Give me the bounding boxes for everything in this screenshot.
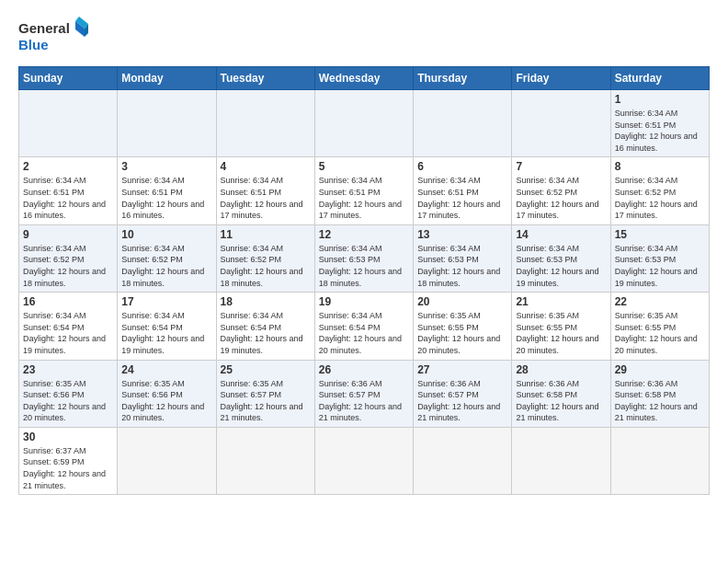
calendar-cell: 30Sunrise: 6:37 AM Sunset: 6:59 PM Dayli… [19, 427, 118, 494]
day-number: 1 [615, 93, 705, 106]
calendar-cell: 12Sunrise: 6:34 AM Sunset: 6:53 PM Dayli… [314, 224, 413, 292]
calendar-cell: 9Sunrise: 6:34 AM Sunset: 6:52 PM Daylig… [19, 224, 118, 292]
calendar-week-row: 16Sunrise: 6:34 AM Sunset: 6:54 PM Dayli… [19, 293, 710, 360]
calendar-cell [512, 90, 610, 157]
calendar-cell [314, 427, 413, 494]
day-number: 24 [121, 363, 211, 376]
day-info: Sunrise: 6:34 AM Sunset: 6:54 PM Dayligh… [121, 310, 211, 356]
calendar-cell: 29Sunrise: 6:36 AM Sunset: 6:58 PM Dayli… [610, 360, 709, 427]
calendar-header-monday: Monday [118, 67, 216, 90]
calendar-cell: 24Sunrise: 6:35 AM Sunset: 6:56 PM Dayli… [118, 360, 216, 427]
day-number: 12 [319, 228, 409, 241]
generalblue-logo: General Blue [18, 15, 92, 57]
day-number: 15 [615, 228, 705, 241]
calendar-week-row: 23Sunrise: 6:35 AM Sunset: 6:56 PM Dayli… [19, 360, 710, 427]
calendar-cell: 3Sunrise: 6:34 AM Sunset: 6:51 PM Daylig… [118, 157, 216, 224]
day-number: 16 [23, 295, 113, 308]
day-info: Sunrise: 6:35 AM Sunset: 6:55 PM Dayligh… [615, 310, 705, 356]
calendar-cell: 6Sunrise: 6:34 AM Sunset: 6:51 PM Daylig… [414, 157, 512, 224]
day-info: Sunrise: 6:34 AM Sunset: 6:53 PM Dayligh… [319, 243, 409, 289]
day-number: 26 [319, 363, 409, 376]
calendar-cell: 4Sunrise: 6:34 AM Sunset: 6:51 PM Daylig… [216, 157, 314, 224]
calendar-week-row: 9Sunrise: 6:34 AM Sunset: 6:52 PM Daylig… [19, 224, 710, 292]
calendar-cell: 10Sunrise: 6:34 AM Sunset: 6:52 PM Dayli… [118, 224, 216, 292]
calendar-cell: 13Sunrise: 6:34 AM Sunset: 6:53 PM Dayli… [414, 224, 512, 292]
day-info: Sunrise: 6:34 AM Sunset: 6:53 PM Dayligh… [615, 243, 705, 289]
calendar-cell [314, 90, 413, 157]
day-info: Sunrise: 6:34 AM Sunset: 6:52 PM Dayligh… [121, 243, 211, 289]
day-info: Sunrise: 6:36 AM Sunset: 6:57 PM Dayligh… [417, 378, 507, 424]
day-info: Sunrise: 6:35 AM Sunset: 6:56 PM Dayligh… [121, 378, 211, 424]
day-info: Sunrise: 6:34 AM Sunset: 6:51 PM Dayligh… [319, 175, 409, 221]
calendar-cell: 8Sunrise: 6:34 AM Sunset: 6:52 PM Daylig… [610, 157, 709, 224]
calendar-table: SundayMondayTuesdayWednesdayThursdayFrid… [18, 66, 710, 495]
calendar-cell: 27Sunrise: 6:36 AM Sunset: 6:57 PM Dayli… [414, 360, 512, 427]
day-number: 17 [121, 295, 211, 308]
day-info: Sunrise: 6:35 AM Sunset: 6:55 PM Dayligh… [516, 310, 606, 356]
calendar-cell: 25Sunrise: 6:35 AM Sunset: 6:57 PM Dayli… [216, 360, 314, 427]
day-info: Sunrise: 6:35 AM Sunset: 6:57 PM Dayligh… [221, 378, 311, 424]
day-info: Sunrise: 6:34 AM Sunset: 6:51 PM Dayligh… [221, 175, 311, 221]
day-info: Sunrise: 6:34 AM Sunset: 6:51 PM Dayligh… [23, 175, 113, 221]
calendar-cell: 23Sunrise: 6:35 AM Sunset: 6:56 PM Dayli… [19, 360, 118, 427]
day-number: 29 [615, 363, 705, 376]
day-info: Sunrise: 6:36 AM Sunset: 6:58 PM Dayligh… [516, 378, 606, 424]
day-info: Sunrise: 6:34 AM Sunset: 6:54 PM Dayligh… [221, 310, 311, 356]
day-number: 6 [417, 160, 507, 173]
day-info: Sunrise: 6:34 AM Sunset: 6:53 PM Dayligh… [516, 243, 606, 289]
day-info: Sunrise: 6:34 AM Sunset: 6:54 PM Dayligh… [319, 310, 409, 356]
day-number: 27 [417, 363, 507, 376]
day-info: Sunrise: 6:35 AM Sunset: 6:56 PM Dayligh… [23, 378, 113, 424]
day-number: 30 [23, 431, 113, 443]
day-info: Sunrise: 6:34 AM Sunset: 6:52 PM Dayligh… [615, 175, 705, 221]
calendar-cell: 11Sunrise: 6:34 AM Sunset: 6:52 PM Dayli… [216, 224, 314, 292]
day-number: 8 [615, 160, 705, 173]
calendar-cell: 15Sunrise: 6:34 AM Sunset: 6:53 PM Dayli… [610, 224, 709, 292]
day-info: Sunrise: 6:34 AM Sunset: 6:52 PM Dayligh… [516, 175, 606, 221]
day-number: 23 [23, 363, 113, 376]
day-info: Sunrise: 6:36 AM Sunset: 6:57 PM Dayligh… [319, 378, 409, 424]
day-number: 2 [23, 160, 113, 173]
day-number: 11 [221, 228, 311, 241]
day-number: 20 [417, 295, 507, 308]
day-info: Sunrise: 6:34 AM Sunset: 6:54 PM Dayligh… [23, 310, 113, 356]
calendar-cell: 18Sunrise: 6:34 AM Sunset: 6:54 PM Dayli… [216, 293, 314, 360]
day-info: Sunrise: 6:34 AM Sunset: 6:51 PM Dayligh… [615, 108, 705, 154]
calendar-cell [19, 90, 118, 157]
calendar-cell: 14Sunrise: 6:34 AM Sunset: 6:53 PM Dayli… [512, 224, 610, 292]
calendar-cell: 21Sunrise: 6:35 AM Sunset: 6:55 PM Dayli… [512, 293, 610, 360]
svg-text:General: General [18, 20, 70, 36]
day-info: Sunrise: 6:36 AM Sunset: 6:58 PM Dayligh… [615, 378, 705, 424]
calendar-header-saturday: Saturday [610, 67, 709, 90]
day-number: 18 [221, 295, 311, 308]
day-number: 3 [121, 160, 211, 173]
logo: General Blue [18, 15, 92, 57]
calendar-week-row: 30Sunrise: 6:37 AM Sunset: 6:59 PM Dayli… [19, 427, 710, 494]
day-number: 9 [23, 228, 113, 241]
calendar-cell: 22Sunrise: 6:35 AM Sunset: 6:55 PM Dayli… [610, 293, 709, 360]
svg-text:Blue: Blue [18, 37, 49, 52]
day-number: 25 [221, 363, 311, 376]
day-number: 14 [516, 228, 606, 241]
calendar-header-tuesday: Tuesday [216, 67, 314, 90]
day-info: Sunrise: 6:35 AM Sunset: 6:55 PM Dayligh… [417, 310, 507, 356]
calendar-cell [610, 427, 709, 494]
day-number: 5 [319, 160, 409, 173]
day-number: 21 [516, 295, 606, 308]
day-info: Sunrise: 6:34 AM Sunset: 6:53 PM Dayligh… [417, 243, 507, 289]
calendar-header-row: SundayMondayTuesdayWednesdayThursdayFrid… [19, 67, 710, 90]
day-number: 7 [516, 160, 606, 173]
calendar-cell: 16Sunrise: 6:34 AM Sunset: 6:54 PM Dayli… [19, 293, 118, 360]
calendar-header-sunday: Sunday [19, 67, 118, 90]
calendar-cell: 28Sunrise: 6:36 AM Sunset: 6:58 PM Dayli… [512, 360, 610, 427]
calendar-cell: 7Sunrise: 6:34 AM Sunset: 6:52 PM Daylig… [512, 157, 610, 224]
day-info: Sunrise: 6:34 AM Sunset: 6:52 PM Dayligh… [221, 243, 311, 289]
calendar-week-row: 1Sunrise: 6:34 AM Sunset: 6:51 PM Daylig… [19, 90, 710, 157]
calendar-cell: 26Sunrise: 6:36 AM Sunset: 6:57 PM Dayli… [314, 360, 413, 427]
day-info: Sunrise: 6:34 AM Sunset: 6:52 PM Dayligh… [23, 243, 113, 289]
calendar-cell [216, 427, 314, 494]
day-info: Sunrise: 6:34 AM Sunset: 6:51 PM Dayligh… [417, 175, 507, 221]
day-number: 22 [615, 295, 705, 308]
calendar-cell: 19Sunrise: 6:34 AM Sunset: 6:54 PM Dayli… [314, 293, 413, 360]
calendar-cell: 17Sunrise: 6:34 AM Sunset: 6:54 PM Dayli… [118, 293, 216, 360]
